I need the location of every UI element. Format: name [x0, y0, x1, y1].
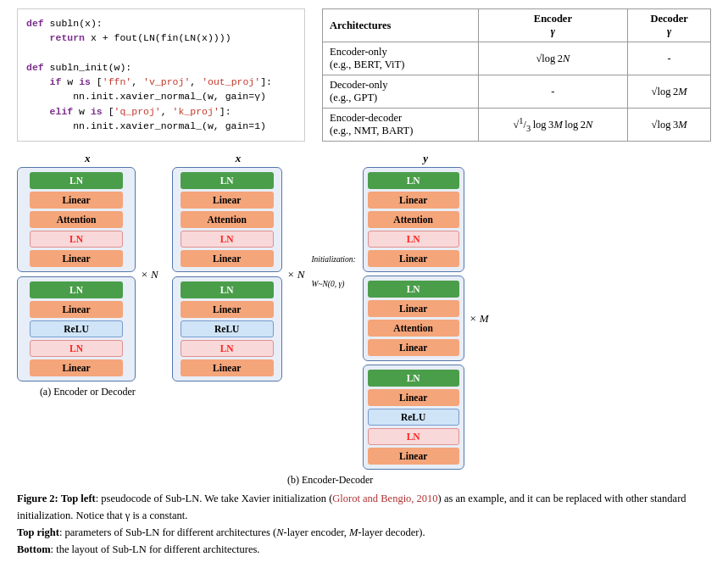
- val-enc-decoder-only: -: [478, 75, 628, 109]
- mult-n-b: × N: [287, 268, 305, 281]
- attention-block-a: LN Linear Attention LN Linear: [17, 167, 136, 272]
- top-right-text: : parameters of Sub-LN for different arc…: [59, 526, 425, 538]
- col-encoder: Encoderγ: [478, 9, 628, 42]
- bottom-bold: Bottom: [17, 543, 51, 555]
- relu-dec-1: ReLU: [368, 409, 459, 426]
- linear-dec-1: Linear: [368, 192, 459, 209]
- linear-enc-1: Linear: [181, 192, 274, 209]
- ln-red-enc-2: LN: [181, 340, 274, 357]
- arch-wrapper-b-enc: LN Linear Attention LN Linear LN Linear …: [172, 167, 305, 381]
- relu-enc-1: ReLU: [181, 320, 274, 337]
- linear-enc-3: Linear: [181, 301, 274, 318]
- table-row: Encoder-decoder(e.g., NMT, BART) √1/3 lo…: [323, 109, 711, 142]
- enc-col-b: LN Linear Attention LN Linear LN Linear …: [172, 167, 282, 381]
- dec-block-2: LN Linear Attention Linear: [363, 276, 464, 361]
- linear-row-3: Linear: [30, 301, 123, 318]
- dec-block-3: LN Linear ReLU LN Linear: [363, 365, 464, 470]
- top-left-bold: Top left: [61, 493, 96, 504]
- relu-row-1: ReLU: [30, 320, 123, 337]
- code-keyword4: if: [50, 76, 62, 87]
- ln-row-1: LN: [30, 172, 123, 189]
- architecture-table: Architectures Encoderγ Decoderγ Encoder-…: [322, 8, 711, 142]
- ln-enc-1: LN: [181, 172, 274, 189]
- linear-enc-4: Linear: [181, 359, 274, 376]
- enc-part-b: x LN Linear Attention LN Linear LN Linea…: [172, 152, 305, 381]
- mult-n-a: × N: [141, 268, 158, 281]
- caption-a: (a) Encoder or Decoder: [40, 386, 136, 398]
- figure-caption: Figure 2: Top left: pseudocode of Sub-LN…: [17, 490, 711, 558]
- col-architectures: Architectures: [323, 9, 479, 42]
- enc-ffn-block-b: LN Linear ReLU LN Linear: [172, 276, 282, 381]
- val-dec-decoder-only: √log 2M: [628, 75, 711, 109]
- x-label-b: x: [236, 152, 242, 165]
- attention-row-1: Attention: [30, 211, 123, 228]
- dec-block-1: LN Linear Attention LN Linear: [363, 167, 464, 272]
- table-section: Architectures Encoderγ Decoderγ Encoder-…: [322, 8, 711, 142]
- val-enc-enc-dec: √1/3 log 3M log 2N: [478, 109, 628, 142]
- diagrams-section: x Initialization: W~N(0, γ) LN Linear At…: [17, 152, 711, 487]
- ln-red-enc-1: LN: [181, 231, 274, 248]
- fig-prefix: Figure 2:: [17, 493, 58, 504]
- ln-red-row-2: LN: [30, 340, 123, 357]
- top-left-text: : pseudocode of Sub-LN. We take Xavier i…: [96, 493, 333, 504]
- caption-b: (b) Encoder-Decoder: [287, 474, 373, 487]
- diagram-enc-dec: x LN Linear Attention LN Linear LN Linea…: [172, 152, 489, 487]
- linear-enc-2: Linear: [181, 250, 274, 267]
- arch-enc-dec: Encoder-decoder(e.g., NMT, BART): [323, 109, 479, 142]
- linear-dec-3: Linear: [368, 300, 459, 317]
- linear-row-1: Linear: [30, 192, 123, 209]
- code-keyword: def: [26, 18, 44, 29]
- code-block: def subln(x): return x + fout(LN(fin(LN(…: [17, 8, 305, 142]
- val-enc-encoder-only: √log 2N: [478, 42, 628, 75]
- arch-encoder-only: Encoder-only(e.g., BERT, ViT): [323, 42, 479, 75]
- code-keyword2: return: [50, 32, 85, 43]
- top-right-bold: Top right: [17, 526, 59, 538]
- linear-dec-6: Linear: [368, 448, 459, 465]
- y-label-b: y: [423, 152, 428, 165]
- table-row: Decoder-only(e.g., GPT) - √log 2M: [323, 75, 711, 109]
- ffn-block-a: LN Linear ReLU LN Linear: [17, 276, 136, 381]
- init-label-b: Initialization: W~N(0, γ): [311, 253, 355, 290]
- dec-col-b: LN Linear Attention LN Linear LN Linear …: [363, 167, 464, 470]
- glorot-ref: Glorot and Bengio, 2010: [332, 493, 437, 504]
- arch-column-a: LN Linear Attention LN Linear LN Linear …: [17, 167, 136, 381]
- dec-part-b: y LN Linear Attention LN Linear: [363, 152, 489, 470]
- col-decoder: Decoderγ: [628, 9, 711, 42]
- arch-wrapper-a: Initialization: W~N(0, γ) LN Linear Atte…: [17, 167, 158, 381]
- val-dec-enc-dec: √log 3M: [628, 109, 711, 142]
- code-keyword3: def: [26, 62, 44, 73]
- attention-dec-2: Attention: [368, 320, 459, 337]
- ln-enc-2: LN: [181, 281, 274, 298]
- top-section: def subln(x): return x + fout(LN(fin(LN(…: [17, 8, 711, 142]
- ln-red-dec-3: LN: [368, 428, 459, 445]
- table-row: Encoder-only(e.g., BERT, ViT) √log 2N -: [323, 42, 711, 75]
- linear-row-2: Linear: [30, 250, 123, 267]
- ln-red-dec-1: LN: [368, 231, 459, 248]
- diagram-encoder-decoder: x Initialization: W~N(0, γ) LN Linear At…: [17, 152, 158, 398]
- linear-dec-2: Linear: [368, 250, 459, 267]
- ln-dec-3: LN: [368, 281, 459, 298]
- ln-row-2: LN: [30, 281, 123, 298]
- linear-dec-4: Linear: [368, 339, 459, 356]
- ln-red-row-1: LN: [30, 231, 123, 248]
- mult-m-b: × M: [470, 312, 489, 326]
- arch-decoder-only: Decoder-only(e.g., GPT): [323, 75, 479, 109]
- linear-row-4: Linear: [30, 359, 123, 376]
- arch-wrapper-b-dec: LN Linear Attention LN Linear LN Linear …: [363, 167, 489, 470]
- attention-dec-1: Attention: [368, 211, 459, 228]
- bottom-text: : the layout of Sub-LN for different arc…: [51, 543, 260, 555]
- ln-dec-1: LN: [368, 172, 459, 189]
- x-label: x: [85, 152, 91, 165]
- enc-attn-block-b: LN Linear Attention LN Linear: [172, 167, 282, 272]
- val-dec-encoder-only: -: [628, 42, 711, 75]
- linear-dec-5: Linear: [368, 389, 459, 406]
- attention-enc-1: Attention: [181, 211, 274, 228]
- ln-dec-5: LN: [368, 370, 459, 387]
